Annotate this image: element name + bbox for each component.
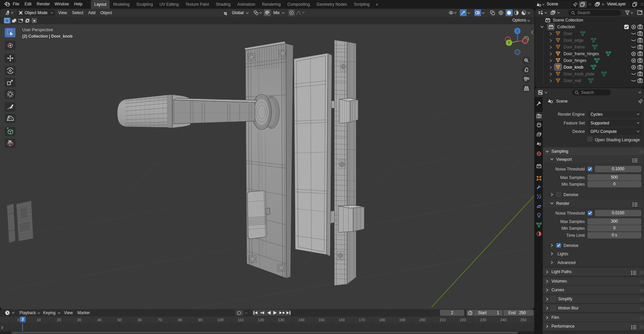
svg-text:Y: Y [508, 41, 510, 45]
svg-text:Z: Z [516, 29, 519, 33]
